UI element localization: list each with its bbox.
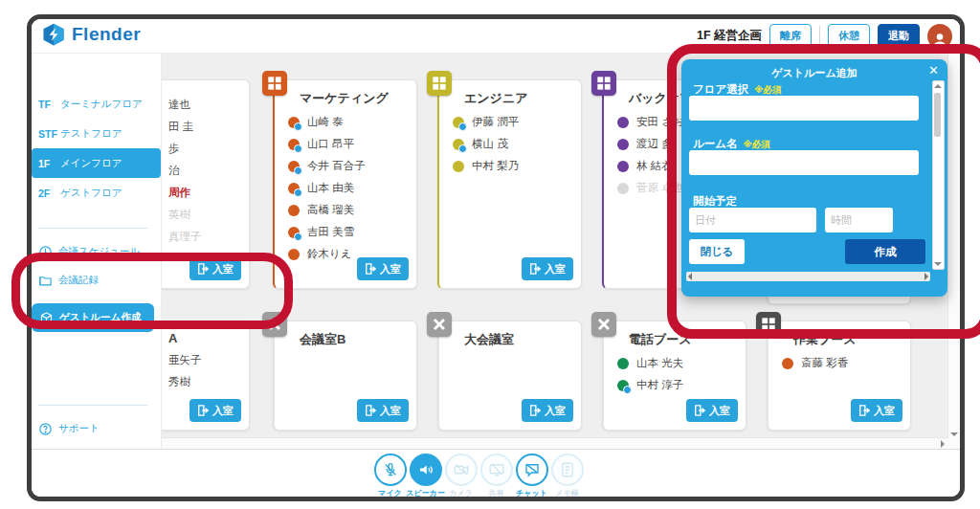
room-title: 電話ブース [604, 321, 746, 352]
enter-room-label: 入室 [874, 404, 895, 418]
create-guest-room-button[interactable]: ゲストルーム作成 [32, 303, 154, 332]
member-name: 亜矢子 [168, 353, 202, 367]
toolbar-mic-button[interactable]: マイク [372, 454, 408, 498]
member-row: 山崎 泰 [288, 111, 416, 133]
toolbar-label: チャット [516, 488, 547, 498]
member-status-dot [288, 139, 300, 150]
toolbar-share-button[interactable]: 共有 [479, 454, 514, 498]
enter-room-button[interactable]: 入室 [357, 257, 409, 280]
member-row: 今井 百合子 [288, 155, 416, 177]
toolbar-speaker-button[interactable]: スピーカー [408, 454, 443, 498]
enter-room-button[interactable]: 入室 [851, 399, 902, 422]
enter-room-button[interactable]: 入室 [686, 399, 738, 422]
member-name: 中村 淳子 [636, 378, 683, 392]
floor-select-input[interactable] [689, 96, 919, 121]
room-card: 会議室B 入室 [273, 321, 417, 431]
required-badge: ※必須 [754, 84, 781, 95]
break-button[interactable]: 休憩 [828, 24, 870, 48]
scrollbar-thumb[interactable] [934, 93, 941, 137]
sidebar: TF ターミナルフロア STF テストフロア 1F メインフロア 2F ゲストフ… [32, 53, 162, 450]
mic-muted-icon [374, 454, 407, 486]
floor-select-label: フロア選択※必須 [693, 82, 782, 97]
member-name: 渡辺 多 [636, 137, 673, 151]
scroll-right-icon[interactable] [941, 440, 945, 448]
member-name: 菅原 卓也 [636, 181, 683, 195]
modal-create-button[interactable]: 作成 [845, 239, 925, 264]
scroll-up-icon[interactable] [934, 84, 942, 88]
toolbar-label: メモ帳 [555, 488, 578, 498]
sidebar-item-meeting-records[interactable]: 会議記録 [32, 266, 161, 295]
toolbar-camera-button[interactable]: カメラ [443, 454, 479, 498]
door-icon [529, 263, 541, 275]
member-name: 治 [168, 164, 180, 178]
away-button[interactable]: 離席 [769, 24, 812, 48]
scroll-down-icon[interactable] [934, 262, 942, 266]
enter-room-label: 入室 [545, 404, 566, 418]
start-time-label: 開始予定 [693, 194, 737, 209]
member-row: 歩 [161, 138, 249, 160]
time-input[interactable] [825, 208, 893, 232]
member-name: 中村 梨乃 [472, 159, 519, 173]
enter-room-label: 入室 [709, 404, 730, 418]
member-name: 吉田 美雪 [307, 225, 354, 239]
modal-title: ゲストルーム追加 [681, 66, 947, 80]
date-input[interactable] [689, 208, 816, 232]
sidebar-floor-guest[interactable]: 2F ゲストフロア [32, 178, 161, 208]
member-name: 山本 光夫 [636, 356, 683, 370]
member-row: 秀樹 [161, 371, 249, 393]
sidebar-item-label: 会議記録 [58, 274, 99, 287]
member-name: 山口 昂平 [307, 137, 354, 151]
member-name: 横山 茂 [472, 137, 508, 151]
enter-room-button[interactable]: 入室 [357, 399, 409, 422]
member-name: 今井 百合子 [307, 159, 366, 173]
member-list: 達也 田 圭 歩 [161, 94, 249, 248]
header-divider [819, 26, 820, 47]
sidebar-floor-main[interactable]: 1F メインフロア [32, 148, 161, 178]
room-name-label: ルーム名※必須 [693, 137, 770, 151]
door-icon [197, 263, 209, 275]
memo-icon [551, 454, 584, 486]
enter-room-label: 入室 [545, 262, 566, 277]
sidebar-floor-terminal[interactable]: TF ターミナルフロア [32, 89, 161, 119]
enter-room-button[interactable]: 入室 [189, 257, 241, 280]
modal-vertical-scrollbar[interactable] [932, 80, 945, 270]
door-icon [529, 405, 541, 416]
enter-room-button[interactable]: 入室 [189, 399, 241, 422]
floor-label: ゲストフロア [60, 187, 122, 200]
member-name: 林 結衣 [636, 159, 673, 173]
toolbar-chat-button[interactable]: チャット [514, 454, 549, 498]
scroll-down-icon[interactable] [950, 432, 958, 436]
scroll-left-icon[interactable] [688, 273, 692, 280]
modal-horizontal-scrollbar[interactable] [686, 272, 930, 281]
member-call-badge [294, 166, 302, 175]
vertical-scrollbar[interactable] [947, 53, 960, 450]
avatar[interactable] [927, 24, 952, 49]
enter-room-button[interactable]: 入室 [522, 399, 573, 422]
modal-close-button[interactable]: 閉じる [689, 239, 745, 264]
schedule-clock-icon [38, 245, 53, 259]
sidebar-item-label: 会議スケジュール [58, 245, 140, 258]
member-name: 歩 [168, 142, 180, 156]
sidebar-divider [38, 228, 147, 229]
sidebar-floor-test[interactable]: STF テストフロア [32, 119, 161, 148]
leave-button[interactable]: 退勤 [878, 24, 920, 48]
room-title: マーケティング [275, 80, 416, 111]
member-status-dot [617, 117, 629, 128]
sidebar-item-meeting-schedule[interactable]: 会議スケジュール [32, 237, 161, 266]
guest-room-modal: ゲストルーム追加 ✕ フロア選択※必須 ルーム名※必須 開始予定 閉じる 作成 [681, 59, 947, 297]
room-card: 達也 田 圭 歩 [161, 79, 250, 289]
close-icon[interactable]: ✕ [928, 63, 939, 77]
member-row: 亜矢子 [161, 349, 249, 371]
scroll-right-icon[interactable] [924, 273, 928, 280]
enter-room-button[interactable]: 入室 [522, 257, 573, 280]
member-status-dot [288, 249, 300, 260]
required-badge: ※必須 [744, 139, 770, 149]
member-call-badge [294, 188, 302, 197]
sidebar-item-support[interactable]: サポート [32, 414, 161, 443]
member-name: 鈴木りえ [307, 247, 352, 261]
toolbar-memo-button[interactable]: メモ帳 [549, 454, 585, 498]
member-row: 吉田 美雪 [288, 221, 416, 243]
sidebar-item-label: サポート [58, 422, 100, 435]
room-name-input[interactable] [689, 150, 919, 175]
screen-share-icon [480, 454, 513, 486]
